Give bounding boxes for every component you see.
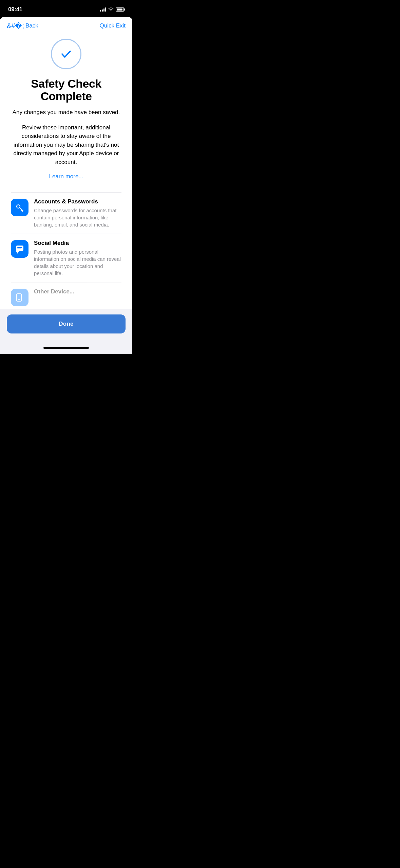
body-text: Review these important, additional consi… xyxy=(8,123,124,167)
svg-rect-4 xyxy=(16,246,23,251)
quick-exit-button[interactable]: Quick Exit xyxy=(99,22,126,29)
chat-icon xyxy=(11,240,28,258)
svg-rect-8 xyxy=(18,299,20,300)
items-list: Accounts & Passwords Change passwords fo… xyxy=(8,192,124,309)
list-item-text: Other Device... xyxy=(34,288,121,297)
wifi-icon xyxy=(108,7,114,12)
home-indicator xyxy=(0,344,132,354)
list-item-title: Social Media xyxy=(34,239,121,247)
battery-icon xyxy=(116,7,124,12)
learn-more-link[interactable]: Learn more... xyxy=(49,173,83,180)
list-item: Accounts & Passwords Change passwords fo… xyxy=(11,192,121,234)
signal-icon xyxy=(100,7,106,12)
done-button[interactable]: Done xyxy=(7,314,126,333)
back-chevron-icon: &#�; xyxy=(7,22,24,29)
partial-item-title: Other Device... xyxy=(34,288,121,295)
main-content: &#�; Back Quick Exit Safety Check Comple… xyxy=(0,17,132,354)
bottom-section: Done xyxy=(0,309,132,344)
list-item-desc: Change passwords for accounts that conta… xyxy=(34,207,121,228)
list-item-text: Accounts & Passwords Change passwords fo… xyxy=(34,198,121,228)
subtitle-text: Any changes you made have been saved. xyxy=(13,108,120,116)
nav-bar: &#�; Back Quick Exit xyxy=(0,17,132,32)
status-icons xyxy=(100,7,124,12)
status-time: 09:41 xyxy=(8,6,22,13)
other-device-icon xyxy=(11,289,28,306)
key-icon xyxy=(11,199,28,216)
partial-list-item: Other Device... xyxy=(11,282,121,309)
back-label: Back xyxy=(25,22,38,29)
list-item-desc: Posting photos and personal information … xyxy=(34,248,121,277)
list-item: Social Media Posting photos and personal… xyxy=(11,234,121,282)
status-bar: 09:41 xyxy=(0,0,132,17)
back-button[interactable]: &#�; Back xyxy=(7,22,38,29)
success-icon xyxy=(51,39,81,69)
content-area: Safety Check Complete Any changes you ma… xyxy=(0,32,132,309)
list-item-text: Social Media Posting photos and personal… xyxy=(34,239,121,277)
list-item-title: Accounts & Passwords xyxy=(34,198,121,205)
svg-rect-7 xyxy=(17,294,21,301)
home-bar xyxy=(43,347,89,349)
page-title: Safety Check Complete xyxy=(8,77,124,103)
